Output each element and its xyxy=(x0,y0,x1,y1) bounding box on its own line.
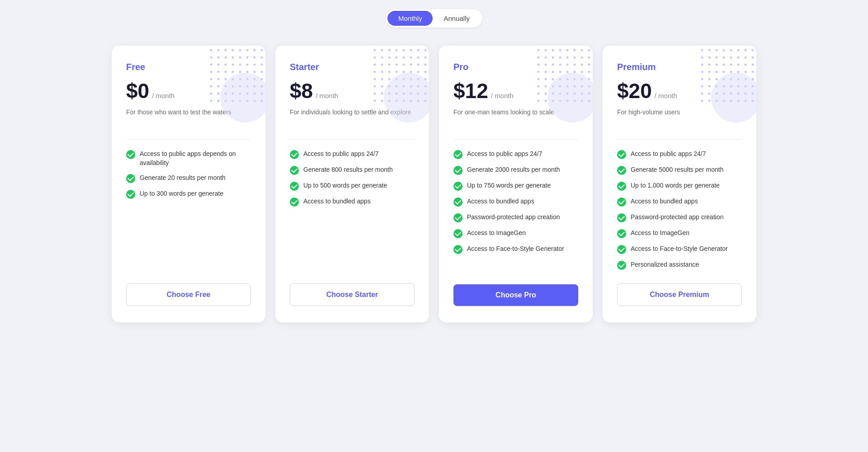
price-amount-pro: $12 xyxy=(453,80,488,101)
feature-item: Password-protected app creation xyxy=(453,213,578,222)
svg-point-151 xyxy=(588,64,590,66)
svg-point-96 xyxy=(374,78,376,80)
svg-point-132 xyxy=(566,49,569,52)
feature-text: Access to bundled apps xyxy=(631,197,698,206)
svg-point-193 xyxy=(708,49,711,52)
plan-name-free: Free xyxy=(126,62,251,72)
svg-point-79 xyxy=(425,56,427,59)
feature-item: Generate 5000 results per month xyxy=(617,165,742,175)
check-icon xyxy=(290,198,299,207)
pricing-cards: Free$0/ monthFor those who want to test … xyxy=(106,46,762,322)
svg-point-246 xyxy=(745,93,747,95)
svg-point-142 xyxy=(581,56,583,59)
svg-point-134 xyxy=(581,49,583,52)
svg-point-62 xyxy=(254,100,256,102)
feature-item: Up to 500 words per generate xyxy=(290,181,415,191)
svg-point-205 xyxy=(737,56,740,59)
svg-point-224 xyxy=(701,78,703,80)
svg-point-37 xyxy=(246,78,249,80)
check-icon xyxy=(126,150,135,159)
svg-point-183 xyxy=(588,93,590,95)
svg-point-175 xyxy=(588,85,590,88)
feature-item: Generate 800 results per month xyxy=(290,165,415,175)
svg-point-194 xyxy=(716,49,718,52)
svg-point-70 xyxy=(417,49,420,52)
check-icon xyxy=(617,261,626,270)
svg-point-76 xyxy=(403,56,405,59)
price-amount-free: $0 xyxy=(126,80,149,101)
plan-card-free: Free$0/ monthFor those who want to test … xyxy=(112,46,265,322)
svg-point-15 xyxy=(261,56,263,59)
feature-text: Up to 300 words per generate xyxy=(140,189,223,198)
check-icon xyxy=(453,213,462,222)
cta-button-starter[interactable]: Choose Starter xyxy=(290,283,415,306)
check-icon xyxy=(617,213,626,222)
features-list-free: Access to public apps depends on availab… xyxy=(126,150,251,270)
feature-text: Access to Face-to-Style Generator xyxy=(467,245,564,254)
svg-point-200 xyxy=(701,56,703,59)
svg-point-14 xyxy=(254,56,256,59)
feature-item: Password-protected app creation xyxy=(617,213,742,222)
check-icon xyxy=(617,229,626,238)
cta-button-free[interactable]: Choose Free xyxy=(126,283,251,306)
cta-button-pro[interactable]: Choose Pro xyxy=(453,284,578,306)
svg-point-0 xyxy=(210,49,212,52)
svg-point-46 xyxy=(254,85,256,88)
svg-point-196 xyxy=(730,49,732,52)
svg-point-164 xyxy=(566,78,569,80)
svg-point-35 xyxy=(232,78,234,80)
feature-text: Generate 20 results per month xyxy=(140,174,226,183)
monthly-toggle-btn[interactable]: Monthly xyxy=(387,11,433,26)
svg-point-150 xyxy=(581,64,583,66)
svg-point-138 xyxy=(552,56,554,59)
svg-point-254 xyxy=(745,100,747,102)
svg-point-231 xyxy=(752,78,754,80)
feature-item: Access to public apps 24/7 xyxy=(453,150,578,159)
svg-point-226 xyxy=(716,78,718,80)
features-list-pro: Access to public apps 24/7Generate 2000 … xyxy=(453,150,578,271)
svg-point-36 xyxy=(239,78,241,80)
svg-point-102 xyxy=(417,78,420,80)
svg-point-1 xyxy=(217,49,220,52)
svg-point-87 xyxy=(425,64,427,66)
svg-point-100 xyxy=(403,78,405,80)
annually-toggle-btn[interactable]: Annually xyxy=(433,11,481,26)
feature-item: Up to 300 words per generate xyxy=(126,189,251,199)
feature-item: Access to Face-to-Style Generator xyxy=(617,245,742,254)
price-period-pro: / month xyxy=(491,92,514,99)
feature-item: Access to ImageGen xyxy=(453,229,578,238)
svg-point-182 xyxy=(581,93,583,95)
svg-point-143 xyxy=(588,56,590,59)
svg-point-9 xyxy=(217,56,220,59)
feature-text: Generate 2000 results per month xyxy=(467,165,560,174)
svg-point-206 xyxy=(745,56,747,59)
check-icon xyxy=(453,229,462,238)
svg-point-68 xyxy=(403,49,405,52)
svg-point-73 xyxy=(381,56,383,59)
svg-point-63 xyxy=(261,100,263,102)
svg-point-129 xyxy=(545,49,547,52)
feature-item: Access to public apps depends on availab… xyxy=(126,150,251,167)
feature-text: Password-protected app creation xyxy=(631,213,723,222)
svg-point-163 xyxy=(559,78,561,80)
svg-point-74 xyxy=(388,56,391,59)
feature-item: Up to 1,000 words per generate xyxy=(617,181,742,191)
feature-text: Up to 1,000 words per generate xyxy=(631,181,720,190)
svg-point-203 xyxy=(723,56,725,59)
plan-card-starter: Starter$8/ monthFor individuals looking … xyxy=(275,46,429,322)
svg-point-133 xyxy=(574,49,576,52)
svg-point-4 xyxy=(239,49,241,52)
price-row-starter: $8/ month xyxy=(290,80,415,101)
feature-text: Up to 500 words per generate xyxy=(303,181,387,190)
svg-point-78 xyxy=(417,56,420,59)
svg-point-137 xyxy=(545,56,547,59)
cta-button-premium[interactable]: Choose Premium xyxy=(617,283,742,306)
feature-text: Access to public apps 24/7 xyxy=(467,150,542,159)
svg-point-65 xyxy=(381,49,383,52)
divider xyxy=(617,139,742,140)
svg-point-71 xyxy=(425,49,427,52)
svg-point-98 xyxy=(388,78,391,80)
feature-text: Access to public apps depends on availab… xyxy=(140,150,251,167)
svg-point-2 xyxy=(225,49,227,52)
svg-point-223 xyxy=(752,71,754,73)
